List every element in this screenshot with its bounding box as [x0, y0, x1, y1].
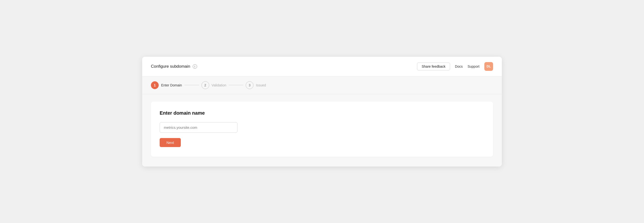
share-feedback-button[interactable]: Share feedback	[417, 63, 450, 70]
info-icon[interactable]: i	[193, 64, 197, 69]
page-title: Configure subdomain	[151, 64, 190, 69]
domain-form-title: Enter domain name	[160, 110, 484, 116]
step-connector-2	[229, 85, 243, 85]
step-3: 3 Issued	[246, 81, 266, 89]
step-1-circle: 1	[151, 81, 159, 89]
step-3-circle: 3	[246, 81, 254, 89]
next-button[interactable]: Next	[160, 138, 181, 147]
avatar[interactable]: DL	[484, 62, 493, 71]
domain-input[interactable]	[160, 122, 238, 133]
step-2: 2 Validation	[202, 81, 226, 89]
step-connector-1	[184, 85, 199, 85]
support-link[interactable]: Support	[468, 64, 480, 68]
docs-link[interactable]: Docs	[455, 64, 463, 68]
step-2-label: Validation	[212, 83, 226, 87]
step-3-label: Issued	[256, 83, 266, 87]
step-1-label: Enter Domain	[161, 83, 182, 87]
content-area: Enter domain name Next	[142, 94, 502, 167]
header-right: Share feedback Docs Support DL	[417, 62, 493, 71]
header: Configure subdomain i Share feedback Doc…	[142, 57, 502, 76]
step-2-circle: 2	[202, 81, 209, 89]
header-left: Configure subdomain i	[151, 64, 197, 69]
domain-card: Enter domain name Next	[151, 101, 493, 157]
main-card: Configure subdomain i Share feedback Doc…	[142, 57, 502, 167]
step-1: 1 Enter Domain	[151, 81, 182, 89]
steps-bar: 1 Enter Domain 2 Validation 3 Issued	[142, 76, 502, 94]
